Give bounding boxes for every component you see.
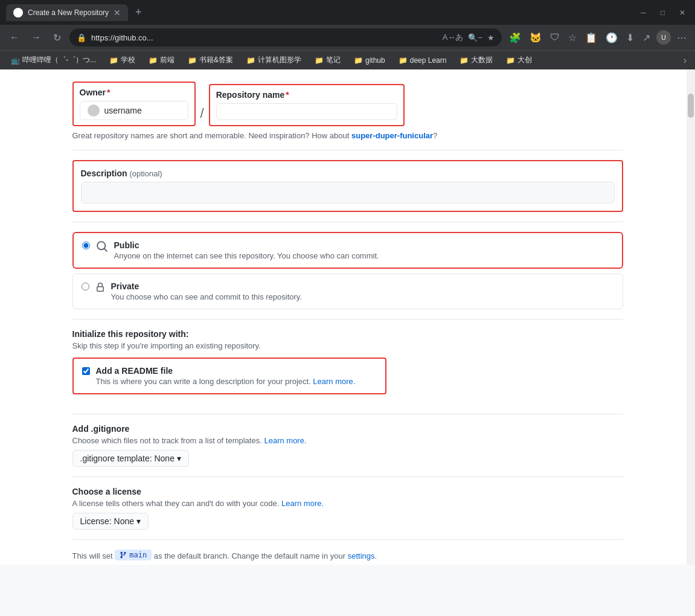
zoom-icon: 🔍− [468,33,482,42]
lock-icon: 🔒 [77,33,86,42]
bookmark-frontend[interactable]: 📁 前端 [144,53,179,67]
history-icon[interactable]: 🕐 [603,30,620,46]
owner-avatar [88,104,100,117]
readme-learn-more-link[interactable]: Learn more. [313,377,355,386]
extension-icon-2[interactable]: 🐱 [527,30,544,46]
address-bar[interactable]: 🔒 https://github.co... A↔あ 🔍− ★ [69,28,502,47]
gitignore-title: Add .gitignore [72,424,623,434]
folder-icon-books: 📁 [188,56,197,65]
bookmark-books[interactable]: 📁 书籍&答案 [183,53,238,67]
separator: / [200,106,204,126]
chevron-down-icon-license: ▾ [136,516,141,526]
folder-icon-notes: 📁 [315,56,324,65]
extension-icon-1[interactable]: 🧩 [507,30,524,46]
readme-checkbox-row: Add a README file This is where you can … [82,366,377,386]
branch-badge: main [115,550,152,560]
bookmark-github[interactable]: 📁 github [349,54,390,66]
browser-toolbar: ← → ↻ 🔒 https://github.co... A↔あ 🔍− ★ 🧩 … [0,25,695,50]
close-button[interactable]: ✕ [676,7,689,18]
scrollbar-thumb[interactable] [688,94,694,118]
reading-list-icon[interactable]: 📋 [583,30,600,46]
description-label: Description (optional) [81,168,615,178]
bookmarks-more-button[interactable]: › [681,54,689,67]
title-bar: Create a New Repository ✕ + ─ □ ✕ [0,0,695,25]
maximize-button[interactable]: □ [657,7,668,18]
private-option[interactable]: Private You choose who can see and commi… [72,274,623,309]
bookmarks-bar: 📺 哔哩哔哩（゜-゜）つ... 📁 学校 📁 前端 📁 书籍&答案 📁 计算机图… [0,50,695,69]
settings-link[interactable]: settings [348,551,375,560]
tab-close-button[interactable]: ✕ [114,8,121,18]
init-section: Initialize this repository with: Skip th… [72,329,623,350]
page-inner: Owner* username / Repository name* [58,69,638,565]
extension-icon-3[interactable]: 🛡 [548,30,562,45]
bookmark-notes[interactable]: 📁 笔记 [310,53,345,67]
owner-input-container: username [80,101,188,120]
description-input[interactable] [81,182,615,204]
public-option[interactable]: Public Anyone on the internet can see th… [72,232,623,269]
owner-repo-row: Owner* username / Repository name* [72,82,623,126]
bookmark-school[interactable]: 📁 学校 [104,53,140,67]
license-desc: A license tells others what they can and… [72,499,623,508]
scrollbar[interactable] [687,69,695,565]
gitignore-learn-more-link[interactable]: Learn more. [264,436,306,445]
visibility-section: Public Anyone on the internet can see th… [72,232,623,309]
owner-name-text: username [104,106,142,115]
readme-title: Add a README file [96,366,377,376]
gitignore-dropdown-button[interactable]: .gitignore template: None ▾ [72,450,189,467]
folder-icon-dachuang: 📁 [506,56,515,65]
bookmark-bilibili[interactable]: 📺 哔哩哔哩（゜-゜）つ... [6,53,101,67]
license-dropdown-button[interactable]: License: None ▾ [72,513,149,530]
github-favicon [13,8,23,18]
browser-tab[interactable]: Create a New Repository ✕ [6,4,128,21]
window-controls: ─ □ ✕ [637,7,689,18]
readme-checkbox[interactable] [82,367,90,375]
chevron-down-icon: ▾ [177,454,181,463]
repo-name-section-highlighted: Repository name* [209,84,405,126]
license-section: Choose a license A license tells others … [72,487,623,530]
bilibili-icon: 📺 [11,56,20,65]
description-optional: (optional) [129,169,162,178]
public-option-content: Public Anyone on the internet can see th… [114,240,613,260]
folder-icon-graphics: 📁 [246,56,255,65]
download-icon[interactable]: ⬇ [624,30,636,46]
suggestion-text: Great repository names are short and mem… [72,131,623,140]
owner-required-star: * [107,88,110,97]
profile-icon[interactable]: U [656,30,671,45]
readme-content: Add a README file This is where you can … [96,366,377,386]
bookmarks-icon[interactable]: ☆ [566,30,579,46]
gitignore-desc: Choose which files not to track from a l… [72,436,623,445]
private-desc: You choose who can see and commit to thi… [111,292,614,301]
forward-button[interactable]: → [28,30,45,45]
folder-icon-deeplearn: 📁 [399,56,408,65]
suggestion-link[interactable]: super-duper-funicular [351,131,433,140]
bookmark-bigdata[interactable]: 📁 大数据 [455,53,498,67]
minimize-button[interactable]: ─ [637,7,650,18]
gitignore-section: Add .gitignore Choose which files not to… [72,424,623,467]
menu-icon[interactable]: ⋯ [674,30,689,46]
init-subtitle: Skip this step if you're importing an ex… [72,341,623,350]
page-content: Owner* username / Repository name* [0,69,695,565]
address-text: https://github.co... [91,33,153,42]
folder-icon-bigdata: 📁 [460,56,469,65]
translate-icon: A↔あ [443,32,464,43]
repo-name-input[interactable] [216,103,397,120]
repo-name-required-star: * [286,90,289,100]
bookmark-dachuang[interactable]: 📁 大创 [501,53,537,67]
star-icon: ★ [487,33,495,42]
private-radio[interactable] [82,283,89,290]
refresh-button[interactable]: ↻ [50,30,65,46]
folder-icon-github: 📁 [354,56,363,65]
back-button[interactable]: ← [6,30,23,45]
bookmark-graphics[interactable]: 📁 计算机图形学 [242,53,306,67]
private-option-content: Private You choose who can see and commi… [111,281,614,301]
repo-name-label: Repository name* [216,90,397,100]
share-icon[interactable]: ↗ [640,30,653,46]
public-desc: Anyone on the internet can see this repo… [114,251,613,260]
browser-window: Create a New Repository ✕ + ─ □ ✕ ← → ↻ … [0,0,695,565]
new-tab-button[interactable]: + [130,4,147,21]
default-branch-text: This will set main as the default branch… [72,550,623,560]
public-label: Public [114,240,613,250]
public-radio[interactable] [82,242,90,249]
bookmark-deeplearn[interactable]: 📁 deep Learn [394,54,452,66]
license-learn-more-link[interactable]: Learn more. [281,499,324,508]
